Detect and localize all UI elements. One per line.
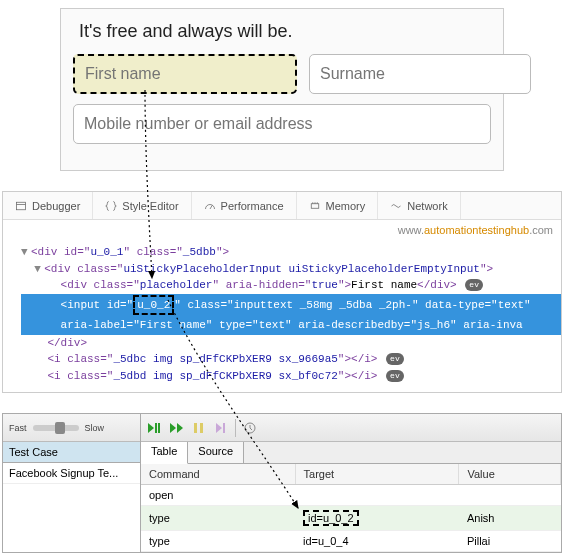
- svg-rect-15: [223, 423, 225, 433]
- selenium-ide: Fast Slow Test Case Facebook Signup Te..…: [2, 413, 562, 553]
- braces-icon: [105, 200, 117, 212]
- watermark: www.automationtestinghub.com: [3, 220, 561, 240]
- tab-source[interactable]: Source: [188, 442, 244, 463]
- speed-fast-label: Fast: [9, 423, 27, 433]
- play-button[interactable]: [169, 420, 185, 436]
- rollup-button[interactable]: [242, 420, 258, 436]
- memory-icon: [309, 200, 321, 212]
- svg-marker-14: [216, 423, 222, 433]
- contact-input[interactable]: [73, 104, 491, 144]
- table-row[interactable]: typeid=u_0_4Pillai: [141, 531, 561, 552]
- svg-rect-8: [155, 423, 157, 433]
- tab-performance[interactable]: Performance: [192, 192, 297, 219]
- testcase-item[interactable]: Facebook Signup Te...: [3, 463, 140, 484]
- tab-style-editor[interactable]: Style Editor: [93, 192, 191, 219]
- col-command: Command: [141, 464, 295, 485]
- svg-rect-12: [194, 423, 197, 433]
- table-row[interactable]: typeid=u_0_2Anish: [141, 506, 561, 531]
- signup-panel: It's free and always will be.: [60, 8, 504, 171]
- ide-speed-toolbar: Fast Slow: [3, 414, 140, 442]
- tab-network[interactable]: Network: [378, 192, 460, 219]
- network-icon: [390, 200, 402, 212]
- pause-button[interactable]: [191, 420, 207, 436]
- surname-input[interactable]: [309, 54, 531, 94]
- svg-marker-10: [170, 423, 176, 433]
- table-row[interactable]: open: [141, 485, 561, 506]
- devtools-panel: Debugger Style Editor Performance Memory…: [2, 191, 562, 393]
- svg-rect-0: [17, 202, 26, 210]
- html-source: ▼<div id="u_0_1" class="_5dbb"> ▼<div cl…: [3, 240, 561, 392]
- speed-slider[interactable]: [33, 425, 79, 431]
- debugger-icon: [15, 200, 27, 212]
- tab-memory[interactable]: Memory: [297, 192, 379, 219]
- ide-play-toolbar: [141, 414, 561, 442]
- command-table: Command Target Value open typeid=u_0_2An…: [141, 464, 561, 552]
- speed-slow-label: Slow: [85, 423, 105, 433]
- signup-tagline: It's free and always will be.: [79, 21, 491, 42]
- tab-debugger[interactable]: Debugger: [3, 192, 93, 219]
- svg-marker-11: [177, 423, 183, 433]
- col-target: Target: [295, 464, 459, 485]
- tab-table[interactable]: Table: [141, 442, 188, 464]
- step-button[interactable]: [213, 420, 229, 436]
- svg-rect-9: [158, 423, 160, 433]
- firstname-input[interactable]: [73, 54, 297, 94]
- svg-line-2: [210, 205, 212, 209]
- highlighted-id-attr: u_0_2: [133, 295, 174, 316]
- gauge-icon: [204, 200, 216, 212]
- svg-rect-13: [200, 423, 203, 433]
- col-value: Value: [459, 464, 561, 485]
- play-all-button[interactable]: [147, 420, 163, 436]
- svg-rect-3: [311, 203, 319, 208]
- svg-marker-7: [148, 423, 154, 433]
- testcase-header: Test Case: [3, 442, 140, 463]
- selected-source-line[interactable]: <input id="u_0_2" class="inputtext _58mg…: [21, 294, 561, 317]
- highlighted-target: id=u_0_2: [303, 510, 359, 526]
- devtools-toolbar: Debugger Style Editor Performance Memory…: [3, 192, 561, 220]
